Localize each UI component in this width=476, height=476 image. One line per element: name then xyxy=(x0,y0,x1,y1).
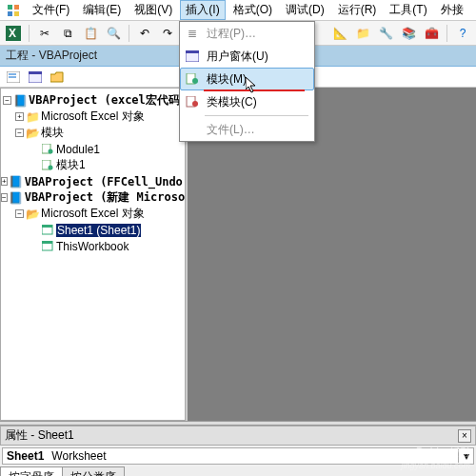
dd-module-label: 模块(M) xyxy=(207,71,247,88)
dd-procedure[interactable]: ≣ 过程(P)… xyxy=(180,22,314,45)
svg-point-9 xyxy=(192,101,198,107)
watermark-brand: Baidu 经验 xyxy=(415,446,470,459)
svg-rect-1 xyxy=(14,5,19,10)
sheet-icon xyxy=(41,224,54,237)
svg-rect-16 xyxy=(29,71,42,74)
paste-icon[interactable]: 📋 xyxy=(81,24,100,43)
annotation-underline xyxy=(204,89,305,91)
file-icon xyxy=(184,121,201,138)
procedure-icon: ≣ xyxy=(184,25,201,42)
module-icon xyxy=(184,70,201,88)
tree-excel-objects-3[interactable]: Microsoft Excel 对象 xyxy=(41,206,145,222)
properties-title-bar: 属性 - Sheet1 × xyxy=(0,426,476,446)
tree-excel-objects[interactable]: Microsoft Excel 对象 xyxy=(41,109,145,125)
tree-sheet1[interactable]: Sheet1 (Sheet1) xyxy=(56,224,141,237)
toolbox-icon[interactable]: 🧰 xyxy=(422,24,441,43)
dd-classmodule[interactable]: 类模块(C) xyxy=(180,90,314,113)
menu-tools[interactable]: 工具(T) xyxy=(384,0,432,20)
properties-title: 属性 - Sheet1 xyxy=(5,427,74,444)
dd-classmodule-label: 类模块(C) xyxy=(207,94,257,110)
dd-userform[interactable]: 用户窗体(U) xyxy=(180,45,314,68)
excel-icon[interactable]: X xyxy=(4,24,23,43)
menu-addins[interactable]: 外接 xyxy=(435,0,469,20)
menu-view[interactable]: 视图(V) xyxy=(129,0,178,20)
tree-project-1[interactable]: VBAProject (excel宏代码 xyxy=(29,92,180,109)
vbaproject-icon: 📘 xyxy=(10,191,23,205)
menu-bar: 文件(F) 编辑(E) 视图(V) 插入(I) 格式(O) 调试(D) 运行(R… xyxy=(0,0,476,21)
app-logo-icon xyxy=(6,3,21,18)
view-form-icon[interactable] xyxy=(26,68,45,87)
svg-rect-0 xyxy=(8,5,12,10)
folder-toggle-icon[interactable] xyxy=(48,68,67,87)
svg-rect-5 xyxy=(186,50,199,53)
dd-module[interactable]: 模块(M) xyxy=(180,68,314,90)
workbook-icon xyxy=(41,240,54,253)
dd-procedure-label: 过程(P)… xyxy=(207,26,256,42)
project-explorer-icon[interactable]: 📁 xyxy=(353,24,372,43)
collapse-icon[interactable]: − xyxy=(15,209,24,218)
object-name: Sheet1 xyxy=(3,448,48,464)
folder-icon: 📂 xyxy=(26,208,39,221)
svg-text:X: X xyxy=(9,27,16,40)
module-icon xyxy=(41,159,54,172)
watermark: Baidu 经验 jingyan.baidu.com xyxy=(401,444,470,470)
menu-run[interactable]: 运行(R) xyxy=(332,0,383,20)
undo-icon[interactable]: ↶ xyxy=(135,24,154,43)
menu-file[interactable]: 文件(F) xyxy=(27,0,75,20)
menu-format[interactable]: 格式(O) xyxy=(228,0,278,20)
tree-modules-folder[interactable]: 模块 xyxy=(41,125,64,141)
dd-file[interactable]: 文件(L)… xyxy=(180,118,314,141)
svg-rect-3 xyxy=(14,11,19,16)
toolbar-sep xyxy=(29,25,30,42)
close-icon[interactable]: × xyxy=(458,429,471,443)
tab-alphabetic[interactable]: 按字母序 xyxy=(0,466,63,476)
userform-icon xyxy=(184,48,201,65)
vbaproject-icon: 📘 xyxy=(10,175,23,188)
tree-thisworkbook[interactable]: ThisWorkbook xyxy=(56,240,129,253)
svg-rect-24 xyxy=(42,241,52,244)
tree-project-2[interactable]: VBAProject (FFCell_Undo.xlam) xyxy=(25,175,186,188)
copy-icon[interactable]: ⧉ xyxy=(58,24,77,43)
classmodule-icon xyxy=(184,93,201,110)
dd-file-label: 文件(L)… xyxy=(207,122,255,138)
menu-edit[interactable]: 编辑(E) xyxy=(77,0,127,20)
tree-project-3[interactable]: VBAProject (新建 Microsoft Excel 工 xyxy=(25,189,186,206)
svg-point-7 xyxy=(192,78,198,84)
vbaproject-icon: 📘 xyxy=(13,94,27,108)
toolbar-sep xyxy=(446,25,447,42)
help-icon[interactable]: ? xyxy=(453,24,472,43)
properties-icon[interactable]: 🔧 xyxy=(376,24,395,43)
menu-debug[interactable]: 调试(D) xyxy=(280,0,330,20)
project-tree[interactable]: −📘VBAProject (excel宏代码 +📁Microsoft Excel… xyxy=(0,88,186,421)
folder-icon: 📁 xyxy=(26,110,39,124)
svg-rect-2 xyxy=(8,11,12,16)
watermark-url: jingyan.baidu.com xyxy=(401,461,470,470)
object-type: Worksheet xyxy=(48,449,106,463)
collapse-icon[interactable]: − xyxy=(3,96,11,105)
toolbar-sep xyxy=(129,25,129,42)
tab-categorized[interactable]: 按分类序 xyxy=(62,466,125,476)
find-icon[interactable]: 🔍 xyxy=(104,24,123,43)
tree-module1[interactable]: Module1 xyxy=(56,143,100,156)
expand-icon[interactable]: + xyxy=(1,177,8,186)
cut-icon[interactable]: ✂ xyxy=(35,24,54,43)
design-mode-icon[interactable]: 📐 xyxy=(330,24,349,43)
svg-point-20 xyxy=(49,166,53,170)
object-browser-icon[interactable]: 📚 xyxy=(399,24,418,43)
redo-icon[interactable]: ↷ xyxy=(158,24,177,43)
expand-icon[interactable]: + xyxy=(15,112,24,121)
view-code-icon[interactable] xyxy=(4,68,23,87)
tree-module-cn[interactable]: 模块1 xyxy=(56,157,86,173)
dd-separator xyxy=(205,115,308,116)
insert-dropdown: ≣ 过程(P)… 用户窗体(U) 模块(M) 类模块(C) 文件(L)… xyxy=(179,21,315,142)
collapse-icon[interactable]: − xyxy=(15,129,24,137)
dd-userform-label: 用户窗体(U) xyxy=(207,49,268,65)
svg-point-18 xyxy=(49,149,53,154)
menu-insert[interactable]: 插入(I) xyxy=(180,0,225,20)
folder-icon: 📂 xyxy=(26,127,39,140)
collapse-icon[interactable]: − xyxy=(1,193,8,202)
module-icon xyxy=(41,143,54,156)
svg-rect-22 xyxy=(42,225,52,228)
